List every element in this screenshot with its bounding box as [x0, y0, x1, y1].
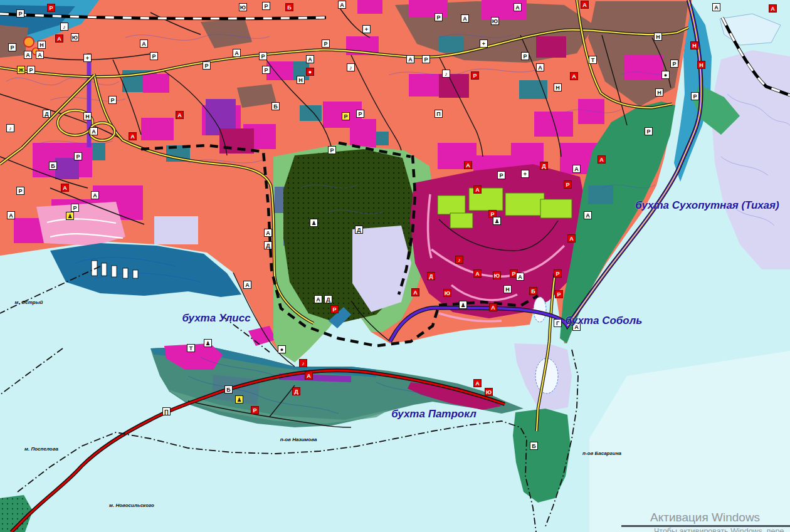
zone-marker-icon: А	[140, 39, 148, 48]
zone-marker-icon: Р	[471, 71, 479, 80]
zone-marker-icon: Р	[555, 290, 563, 298]
zone-marker-icon: Р	[554, 269, 562, 278]
zone-marker-icon: Н	[655, 88, 663, 96]
watermark-subtitle: Чтобы активировать Windows, пере	[654, 527, 784, 532]
zone-marker-icon: А	[473, 379, 482, 387]
zone-marker-icon: ●	[306, 68, 314, 76]
zone-marker-icon: Р	[259, 52, 267, 60]
zone-marker-icon: Р	[434, 13, 443, 21]
zone-marker-icon: Д	[540, 162, 548, 170]
zone-marker-icon: ♪	[442, 70, 450, 78]
zone-marker-icon: А	[769, 4, 777, 13]
zone-marker-icon: Д	[43, 110, 51, 118]
zone-marker-icon: ♟	[310, 219, 318, 227]
zone-marker-icon: Ж	[17, 66, 25, 74]
map-graphic	[0, 0, 790, 532]
bay-label: бухта Соболь	[566, 315, 643, 327]
zone-marker-icon: ♪	[60, 23, 68, 31]
zone-marker-icon: Б	[285, 3, 293, 11]
zone-marker-icon: А	[572, 165, 581, 173]
zone-marker-icon: А	[129, 132, 137, 140]
zone-marker-icon: А	[61, 184, 69, 192]
zone-marker-icon: Б	[529, 287, 537, 295]
zone-marker-icon: А	[338, 1, 346, 9]
zone-marker-icon: Р	[203, 61, 211, 70]
place-label: м. Острый	[15, 300, 43, 305]
zone-marker-icon: ♪	[347, 63, 355, 71]
zone-marker-icon: ♟	[459, 301, 467, 309]
zone-marker-icon: А	[581, 1, 589, 9]
place-label: м. Новосильского	[109, 503, 154, 508]
zone-marker-icon: А	[489, 303, 497, 311]
zone-marker-icon: Н	[697, 61, 705, 69]
zone-marker-icon: А	[314, 295, 322, 303]
place-label: п-ов Назимова	[280, 437, 317, 442]
zone-marker-icon: Д	[324, 295, 332, 303]
zone-marker-icon: А	[536, 63, 544, 71]
zone-marker-icon: Р	[330, 305, 339, 313]
zone-marker-icon: А	[473, 269, 482, 278]
zone-marker-icon: Т	[589, 56, 597, 64]
zone-marker-icon: +	[521, 170, 529, 178]
zone-marker-icon: Т	[187, 344, 195, 352]
zone-marker-icon: А	[233, 49, 241, 57]
zone-marker-icon: Д	[264, 241, 272, 249]
zone-marker-icon: А	[306, 55, 314, 63]
zone-marker-icon: П	[434, 110, 443, 118]
zone-marker-icon: А	[55, 34, 63, 43]
zone-marker-icon: А	[411, 288, 419, 296]
zone-marker-icon: Б	[49, 162, 57, 170]
zone-marker-icon: Н	[690, 41, 698, 50]
zone-marker-icon: Р	[262, 2, 270, 10]
zone-marker-icon: А	[91, 191, 99, 199]
watermark-title: Активация Windows	[650, 511, 760, 524]
zone-marker-icon: Ю	[493, 271, 501, 279]
zone-marker-icon: ♪	[6, 124, 14, 132]
zone-marker-icon: Р	[27, 66, 35, 74]
map-canvas[interactable]: бухта Сухопутная (Тихая)бухта Улиссбухта…	[0, 0, 790, 532]
zone-marker-icon: Ю	[71, 33, 79, 41]
zone-marker-icon: Р	[497, 171, 505, 179]
zone-marker-icon: А	[712, 3, 720, 11]
zone-marker-icon: Р	[356, 110, 364, 118]
zone-marker-icon: Р	[521, 52, 529, 60]
zone-marker-icon: Р	[328, 146, 336, 154]
zone-marker-icon: Р	[322, 39, 330, 48]
zone-marker-icon: А	[176, 111, 184, 119]
zone-marker-icon: Р	[342, 112, 350, 120]
zone-marker-icon: ♪	[299, 359, 307, 367]
zone-marker-icon: А	[516, 273, 524, 281]
zone-marker-icon: ♟	[493, 217, 501, 225]
zone-marker-icon: А	[461, 14, 469, 23]
zone-marker-icon: Г	[554, 319, 562, 327]
zone-marker-icon: Н	[654, 33, 662, 41]
zone-marker-icon: Н	[503, 285, 512, 293]
zone-marker-icon: Р	[670, 60, 678, 68]
zone-marker-icon: ●	[278, 345, 286, 353]
zone-marker-icon: А	[7, 211, 15, 219]
zone-marker-icon: ♟	[235, 395, 243, 404]
zone-marker-icon: Б	[271, 102, 280, 110]
zone-marker-icon: +	[480, 39, 488, 48]
junction-circle-icon	[24, 37, 34, 47]
zone-marker-icon: Ю	[239, 3, 247, 11]
zone-marker-icon: Ю	[491, 17, 499, 25]
zone-marker-icon: А	[24, 51, 32, 59]
zone-marker-icon: Н	[297, 76, 305, 84]
bay-label: бухта Улисс	[182, 312, 250, 325]
place-label: м. Поспелова	[24, 446, 58, 452]
bay-label: бухта Сухопутная (Тихая)	[635, 199, 779, 212]
zone-marker-icon: Р	[422, 55, 430, 63]
zone-marker-icon: ♟	[204, 339, 212, 347]
zone-marker-icon: А	[514, 3, 522, 11]
zone-marker-icon: Ю	[443, 289, 451, 297]
zone-marker-icon: ♪	[455, 256, 463, 264]
zone-marker-icon: Р	[645, 127, 653, 135]
zone-marker-icon: А	[570, 72, 578, 80]
zone-marker-icon: Р	[71, 204, 79, 212]
zone-marker-icon: А	[36, 51, 44, 59]
zone-marker-icon: Р	[150, 52, 158, 60]
zone-marker-icon: ♟	[66, 212, 74, 220]
zone-marker-icon: +	[362, 25, 371, 33]
zone-marker-icon: Р	[691, 92, 699, 100]
